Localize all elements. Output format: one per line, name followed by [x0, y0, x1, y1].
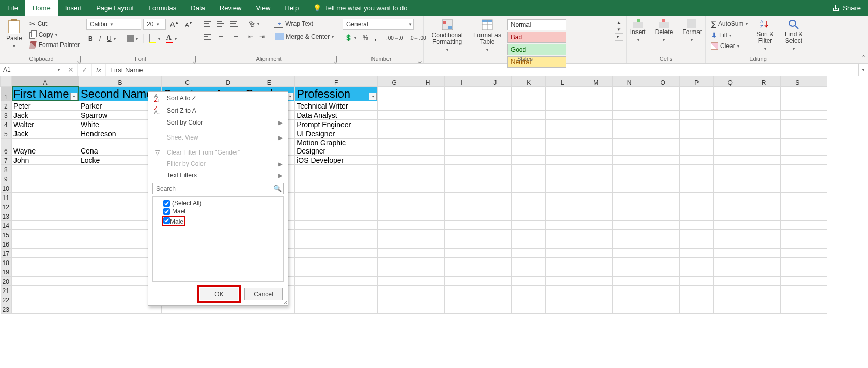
cell[interactable]	[714, 119, 747, 129]
cell[interactable]: Motion Graphic Designer	[295, 138, 378, 155]
cell[interactable]	[411, 202, 445, 211]
cell[interactable]	[714, 304, 747, 313]
cell[interactable]	[411, 257, 445, 267]
cell[interactable]	[512, 239, 546, 248]
row-header-12[interactable]: 12	[1, 202, 12, 211]
cell[interactable]	[445, 220, 478, 229]
cell[interactable]	[579, 229, 613, 239]
filter-search-input[interactable]	[152, 183, 284, 194]
cell[interactable]	[378, 192, 411, 202]
cell[interactable]	[747, 129, 781, 138]
dialog-launcher-icon[interactable]	[190, 56, 196, 62]
col-header-B[interactable]: B	[79, 76, 162, 86]
cell[interactable]	[478, 129, 512, 138]
cell[interactable]	[579, 129, 613, 138]
cell[interactable]	[680, 202, 714, 211]
cell[interactable]	[747, 295, 781, 304]
cell[interactable]	[613, 86, 646, 101]
bold-button[interactable]: B	[86, 34, 95, 43]
col-header-N[interactable]: N	[613, 76, 646, 86]
cell[interactable]	[613, 101, 646, 110]
cell[interactable]	[781, 239, 814, 248]
cell[interactable]	[646, 211, 680, 220]
cell[interactable]	[714, 86, 747, 101]
name-box[interactable]: A1	[0, 64, 54, 76]
cell[interactable]: Jack	[12, 110, 79, 119]
paste-button[interactable]: Paste ▼	[3, 18, 25, 51]
cell[interactable]	[378, 267, 411, 276]
cell[interactable]	[814, 276, 827, 285]
row-header-15[interactable]: 15	[1, 229, 12, 239]
delete-cells-button[interactable]: Delete▾	[652, 18, 676, 44]
dialog-launcher-icon[interactable]	[331, 56, 337, 62]
cell[interactable]	[295, 304, 378, 313]
accounting-format-button[interactable]: 💲▾	[343, 33, 359, 42]
cell[interactable]	[814, 220, 827, 229]
cell[interactable]	[714, 101, 747, 110]
cell[interactable]	[512, 248, 546, 257]
cell[interactable]	[613, 119, 646, 129]
cell[interactable]	[814, 304, 827, 313]
cell[interactable]	[646, 220, 680, 229]
cell[interactable]	[579, 119, 613, 129]
align-right-button[interactable]	[228, 33, 240, 41]
dialog-launcher-icon[interactable]	[415, 56, 421, 62]
font-size-combo[interactable]: 20 ▼	[143, 19, 166, 30]
cell[interactable]	[680, 276, 714, 285]
cell[interactable]	[512, 138, 546, 155]
cell[interactable]	[714, 183, 747, 192]
cell[interactable]	[512, 229, 546, 239]
cell[interactable]	[546, 101, 579, 110]
cell[interactable]	[814, 229, 827, 239]
cell[interactable]	[747, 119, 781, 129]
cell[interactable]	[613, 164, 646, 174]
cell[interactable]	[579, 304, 613, 313]
cell[interactable]	[12, 211, 79, 220]
cell[interactable]	[478, 138, 512, 155]
cell[interactable]	[579, 202, 613, 211]
cell[interactable]	[445, 183, 478, 192]
cell[interactable]	[646, 138, 680, 155]
col-header-P[interactable]: P	[680, 76, 714, 86]
cell[interactable]	[411, 183, 445, 192]
cell[interactable]	[646, 164, 680, 174]
cell[interactable]	[814, 110, 827, 119]
col-header-F[interactable]: F	[295, 76, 378, 86]
cell[interactable]	[378, 248, 411, 257]
font-color-button[interactable]: A ▾	[164, 33, 179, 44]
cell[interactable]	[613, 229, 646, 239]
cell[interactable]: UI Designer	[295, 129, 378, 138]
row-header-8[interactable]: 8	[1, 164, 12, 174]
cell[interactable]	[546, 295, 579, 304]
cell[interactable]	[714, 257, 747, 267]
cell[interactable]	[613, 155, 646, 164]
cell[interactable]	[295, 202, 378, 211]
cell[interactable]: Peter	[12, 101, 79, 110]
cell[interactable]	[781, 257, 814, 267]
format-as-table-button[interactable]: Format as Table▾	[470, 18, 505, 54]
cell[interactable]	[445, 267, 478, 276]
cell[interactable]	[478, 110, 512, 119]
cell[interactable]	[781, 276, 814, 285]
cell[interactable]	[781, 304, 814, 313]
cell[interactable]	[781, 129, 814, 138]
cell[interactable]	[378, 138, 411, 155]
cell[interactable]	[478, 248, 512, 257]
worksheet[interactable]: ABCDEFGHIJKLMNOPQRS 1First Name▼Second N…	[0, 76, 868, 368]
cell[interactable]	[613, 285, 646, 295]
cell[interactable]	[714, 174, 747, 183]
cell[interactable]	[646, 129, 680, 138]
cell[interactable]	[613, 257, 646, 267]
format-cells-button[interactable]: Format▾	[679, 18, 705, 44]
cell[interactable]	[512, 276, 546, 285]
style-good[interactable]: Good	[507, 44, 566, 55]
col-header-C[interactable]: C	[162, 76, 213, 86]
cell[interactable]	[478, 220, 512, 229]
cell[interactable]	[12, 183, 79, 192]
tell-me[interactable]: 💡 Tell me what you want to do	[306, 0, 407, 16]
cell[interactable]	[411, 304, 445, 313]
cell[interactable]	[680, 239, 714, 248]
cell[interactable]	[613, 239, 646, 248]
cell[interactable]	[411, 276, 445, 285]
dialog-launcher-icon[interactable]	[75, 56, 81, 62]
